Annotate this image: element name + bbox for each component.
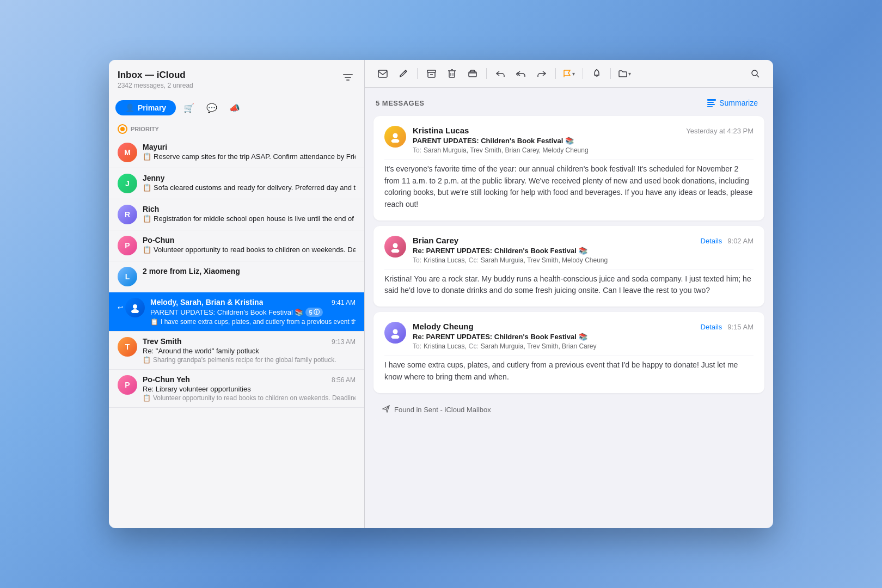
message-header: Kristina Lucas Yesterday at 4:23 PM PARE… [384,126,754,154]
reply-button[interactable] [491,65,510,82]
message-to: To: Kristina Lucas, Cc: Sarah Murguia, T… [413,342,754,350]
flag-chevron-icon: ▾ [572,71,575,77]
svg-point-25 [393,329,398,334]
svg-line-6 [405,71,406,72]
mail-header-row: Po-Chun Yeh 8:56 AM [143,375,356,384]
mail-header-row: Mayuri [143,143,356,151]
message-time: Yesterday at 4:23 PM [686,127,754,135]
cc-recipients: Sarah Murguia, Trev Smith, Brian Carey [481,342,597,350]
mail-sender: 2 more from Liz, Xiaomeng [143,267,240,275]
avatar: R [118,205,137,224]
svg-rect-1 [345,77,351,78]
svg-point-15 [752,70,757,76]
promo-tab[interactable]: 📣 [225,99,244,117]
new-mail-button[interactable] [373,65,392,82]
mail-item-content: Mayuri 📋 Reserve camp sites for the trip… [143,143,356,162]
list-item[interactable]: M Mayuri 📋 Reserve camp sites for the tr… [109,137,364,168]
svg-point-4 [131,309,139,313]
message-card-melody: Melody Cheung Details 9:15 AM Re: PARENT… [373,312,764,393]
svg-point-3 [133,304,137,309]
mail-sender: Trev Smith [143,337,182,346]
thread-area: 5 MESSAGES Summarize Kristina Lucas Yest… [365,88,773,528]
svg-line-16 [757,75,759,77]
sidebar-header: Inbox — iCloud 2342 messages, 2 unread [109,60,364,96]
avatar: P [118,375,137,395]
sender-row: Kristina Lucas Yesterday at 4:23 PM [413,126,754,135]
forward-button[interactable] [532,65,551,82]
primary-tab-label: Primary [138,103,166,112]
trash-button[interactable] [443,65,461,82]
move-button[interactable] [463,65,482,82]
toolbar-sep-4 [583,68,583,79]
mail-list: M Mayuri 📋 Reserve camp sites for the tr… [109,137,364,528]
svg-rect-19 [707,104,715,105]
sent-plane-icon [382,405,390,414]
message-header: Melody Cheung Details 9:15 AM Re: PARENT… [384,322,754,350]
flag-button[interactable]: ▾ [560,68,578,80]
message-subject: Re: PARENT UPDATES: Children's Book Fest… [413,333,754,341]
primary-tab[interactable]: 👤 Primary [115,100,176,115]
message-meta: Kristina Lucas Yesterday at 4:23 PM PARE… [413,126,754,154]
sender-name: Melody Cheung [413,322,474,331]
mail-subject: 📋 Sofa cleared customs and ready for del… [143,183,356,192]
message-time: 9:15 AM [727,323,754,331]
sender-row: Melody Cheung Details 9:15 AM [413,322,754,331]
person-icon: 👤 [125,103,134,112]
mail-header-row: Po-Chun [143,236,356,244]
thread-count: 5 MESSAGES [376,99,425,107]
mail-header-row: 2 more from Liz, Xiaomeng [143,267,356,275]
list-item[interactable]: P Po-Chun Yeh 8:56 AM Re: Library volunt… [109,370,364,408]
to-label: To: [413,256,421,264]
message-to: To: Kristina Lucas, Cc: Sarah Murguia, T… [413,256,754,264]
notifications-button[interactable] [587,65,606,82]
toolbar-sep-1 [417,68,418,79]
svg-rect-5 [378,70,387,77]
sidebar-title: Inbox — iCloud [118,70,193,81]
list-item[interactable]: L 2 more from Liz, Xiaomeng [109,261,364,292]
toolbar-sep-3 [555,68,556,79]
mail-header-row: Trev Smith 9:13 AM [143,337,356,346]
svg-point-21 [393,133,398,138]
mail-item-content: 2 more from Liz, Xiaomeng [143,267,356,277]
mail-preview: 📋 Sharing grandpa's pelmenis recipe for … [143,356,356,364]
avatar [384,322,406,344]
list-item[interactable]: T Trev Smith 9:13 AM Re: "Around the wor… [109,332,364,370]
app-container: Inbox — iCloud 2342 messages, 2 unread 👤… [109,60,773,528]
details-link[interactable]: Details [701,323,722,331]
svg-point-24 [391,249,400,253]
summarize-button[interactable]: Summarize [703,96,762,109]
mail-header-row: Rich [143,205,356,213]
sidebar-subtitle: 2342 messages, 2 unread [118,82,193,89]
shopping-tab[interactable]: 🛒 [179,99,199,117]
archive-button[interactable] [422,65,440,82]
message-to: To: Sarah Murguia, Trev Smith, Brian Car… [413,146,754,154]
svg-rect-0 [343,74,353,75]
avatar: T [118,337,137,357]
to-recipients: Kristina Lucas, [424,342,467,350]
chat-tab[interactable]: 💬 [202,99,222,117]
message-body: It's everyone's favorite time of the yea… [384,160,754,211]
list-item-active[interactable]: ↩ Melody, Sarah, Brian & Kristina 9:41 A… [109,292,364,332]
message-meta: Brian Carey Details 9:02 AM Re: PARENT U… [413,236,754,264]
summarize-label: Summarize [719,99,758,107]
cc-label: Cc: [469,342,479,350]
list-item[interactable]: J Jenny 📋 Sofa cleared customs and ready… [109,168,364,199]
message-time: 9:02 AM [727,237,754,245]
list-item[interactable]: R Rich 📋 Registration for middle school … [109,199,364,230]
mail-sender: Po-Chun Yeh [143,375,190,384]
list-item[interactable]: P Po-Chun 📋 Volunteer opportunity to rea… [109,230,364,261]
details-link[interactable]: Details [701,237,722,245]
mail-subject: 📋 Registration for middle school open ho… [143,215,356,223]
filter-icon[interactable] [340,70,356,85]
svg-rect-2 [346,79,350,81]
found-in-sent[interactable]: Found in Sent - iCloud Mailbox [373,399,764,421]
folder-button[interactable]: ▾ [615,68,634,79]
mail-subject: Re: Library volunteer opportunities [143,385,356,393]
mail-time: 8:56 AM [332,376,356,384]
mail-count-badge: 5 ⓘ [305,308,322,317]
reply-all-button[interactable] [512,65,530,82]
search-button[interactable] [746,65,764,82]
svg-point-23 [393,243,398,248]
sender-name: Brian Carey [413,236,458,245]
compose-button[interactable] [394,65,413,82]
